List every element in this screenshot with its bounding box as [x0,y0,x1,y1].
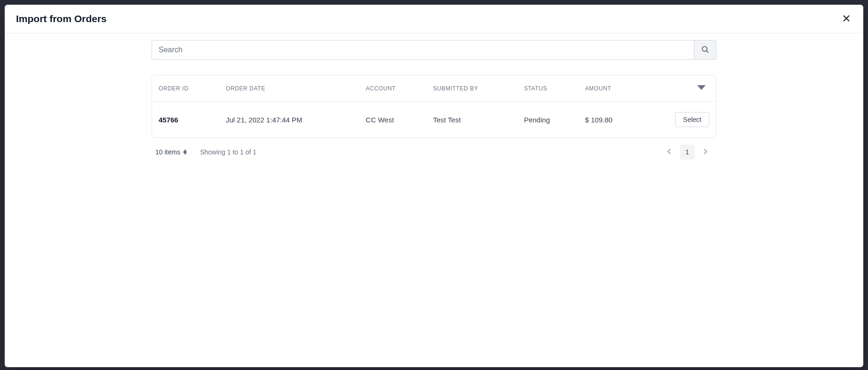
cell-actions: Select [642,102,716,138]
orders-table: ORDER ID ORDER DATE ACCOUNT SUBMITTED BY… [152,75,716,137]
search-row [152,40,716,60]
svg-marker-6 [183,152,187,155]
sort-desc-icon [697,85,706,90]
cell-order-date: Jul 21, 2022 1:47:44 PM [219,102,359,138]
table-footer: 10 items Showing 1 to 1 of 1 [152,138,716,160]
cell-status: Pending [517,102,579,138]
showing-text: Showing 1 to 1 of 1 [200,148,257,156]
page-size-selector[interactable]: 10 items [155,148,187,156]
page-size-label: 10 items [155,148,180,156]
svg-line-3 [707,51,708,53]
orders-table-card: ORDER ID ORDER DATE ACCOUNT SUBMITTED BY… [152,75,716,138]
col-amount[interactable]: AMOUNT [579,75,642,102]
select-button[interactable]: Select [675,112,709,127]
col-account[interactable]: ACCOUNT [359,75,426,102]
cell-amount: $ 109.80 [579,102,642,138]
close-icon [843,15,850,24]
table-header-row: ORDER ID ORDER DATE ACCOUNT SUBMITTED BY… [152,75,716,102]
chevron-right-icon [703,149,707,156]
modal-header: Import from Orders [5,5,863,33]
up-down-icon [183,149,187,155]
col-order-date[interactable]: ORDER DATE [219,75,359,102]
import-orders-modal: Import from Orders [5,5,863,367]
col-order-id[interactable]: ORDER ID [152,75,219,102]
svg-marker-4 [697,85,706,90]
search-icon [701,46,709,55]
cell-account: CC West [359,102,426,138]
next-page-button[interactable] [698,145,713,160]
modal-title: Import from Orders [16,13,107,24]
content-wrapper: ORDER ID ORDER DATE ACCOUNT SUBMITTED BY… [142,40,726,160]
page-number[interactable]: 1 [680,145,695,160]
close-button[interactable] [841,13,852,24]
table-row: 45766 Jul 21, 2022 1:47:44 PM CC West Te… [152,102,716,138]
col-status[interactable]: STATUS [517,75,579,102]
chevron-left-icon [667,149,672,156]
col-submitted-by[interactable]: SUBMITTED BY [426,75,517,102]
cell-order-id: 45766 [152,102,219,138]
prev-page-button[interactable] [662,145,677,160]
search-button[interactable] [694,40,716,60]
svg-point-2 [702,46,707,51]
modal-body: ORDER ID ORDER DATE ACCOUNT SUBMITTED BY… [5,33,863,367]
cell-submitted-by: Test Test [426,102,517,138]
pagination: 1 [662,145,713,160]
col-actions[interactable] [642,75,716,102]
search-input[interactable] [152,40,694,60]
footer-left: 10 items Showing 1 to 1 of 1 [155,148,257,156]
